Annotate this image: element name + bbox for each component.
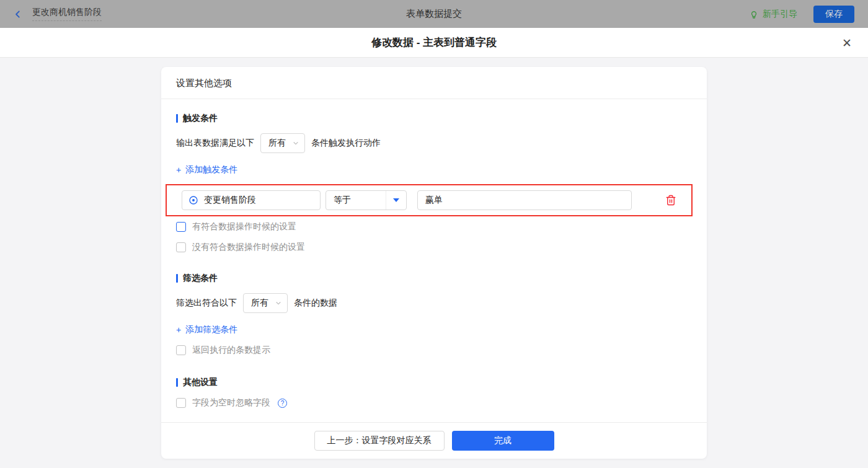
- radio-field-type-icon: [188, 195, 198, 205]
- delete-condition-icon[interactable]: [665, 195, 676, 206]
- save-button[interactable]: 保存: [813, 6, 854, 23]
- no-matching-data-option: 没有符合数据操作时候的设置: [176, 242, 692, 253]
- options-card: 设置其他选项 触发条件 输出表数据满足以下 所有 条件触发执行动作 + 添加触发…: [161, 67, 707, 459]
- chevron-left-icon: [14, 10, 22, 19]
- done-button[interactable]: 完成: [452, 431, 554, 451]
- add-trigger-condition-label: 添加触发条件: [185, 164, 237, 175]
- plus-icon: +: [176, 165, 181, 175]
- has-matching-data-label: 有符合数据操作时候的设置: [192, 221, 296, 232]
- filter-match-row: 筛选出符合以下 所有 条件的数据: [176, 293, 692, 313]
- plus-icon: +: [176, 325, 181, 335]
- card-body: 触发条件 输出表数据满足以下 所有 条件触发执行动作 + 添加触发条件 变更销售…: [161, 99, 707, 422]
- section-accent-bar: [176, 114, 178, 123]
- trigger-match-prefix: 输出表数据满足以下: [176, 138, 254, 149]
- condition-field-value: 变更销售阶段: [204, 195, 256, 206]
- trigger-match-select[interactable]: 所有: [260, 133, 305, 153]
- flow-name[interactable]: 更改商机销售阶段: [32, 7, 102, 21]
- trigger-condition-row: 变更销售阶段 等于 赢单: [166, 184, 693, 216]
- trigger-match-suffix: 条件触发执行动作: [311, 138, 381, 149]
- card-footer: 上一步：设置字段对应关系 完成: [161, 422, 707, 459]
- topbar: 更改商机销售阶段 表单数据提交 新手引导 保存: [0, 0, 868, 28]
- beginner-guide-label: 新手引导: [763, 9, 797, 20]
- filter-match-select-value: 所有: [251, 298, 268, 309]
- trigger-section-label: 触发条件: [183, 113, 218, 124]
- filter-match-suffix: 条件的数据: [294, 298, 337, 309]
- section-accent-bar: [176, 378, 178, 387]
- return-count-label: 返回执行的条数提示: [192, 345, 270, 356]
- page-title: 表单数据提交: [406, 8, 462, 20]
- topbar-actions: 新手引导 保存: [749, 6, 854, 23]
- modal-body: 设置其他选项 触发条件 输出表数据满足以下 所有 条件触发执行动作 + 添加触发…: [0, 58, 868, 468]
- other-section-title: 其他设置: [176, 377, 692, 388]
- help-icon[interactable]: ?: [278, 399, 287, 408]
- has-matching-data-checkbox[interactable]: [176, 222, 186, 232]
- add-filter-condition-link[interactable]: + 添加筛选条件: [176, 324, 237, 335]
- ignore-empty-field-option: 字段为空时忽略字段 ?: [176, 397, 692, 408]
- trigger-match-select-value: 所有: [268, 138, 286, 149]
- ignore-empty-field-label: 字段为空时忽略字段: [192, 397, 270, 408]
- filter-match-select[interactable]: 所有: [243, 293, 288, 313]
- chevron-down-icon: [275, 300, 281, 306]
- other-section-label: 其他设置: [183, 377, 218, 388]
- has-matching-data-option: 有符合数据操作时候的设置: [176, 221, 692, 232]
- modal-title: 修改数据 - 主表到普通字段: [371, 35, 497, 50]
- previous-step-button[interactable]: 上一步：设置字段对应关系: [314, 431, 445, 451]
- add-filter-condition-label: 添加筛选条件: [185, 324, 237, 335]
- modal-header: 修改数据 - 主表到普通字段 ✕: [0, 28, 868, 58]
- trigger-match-row: 输出表数据满足以下 所有 条件触发执行动作: [176, 133, 692, 153]
- lightbulb-icon: [749, 9, 759, 19]
- caret-down-icon: [393, 198, 399, 202]
- operator-caret-zone: [386, 191, 406, 210]
- filter-section-label: 筛选条件: [183, 273, 218, 284]
- close-icon[interactable]: ✕: [842, 37, 852, 48]
- add-trigger-condition-link[interactable]: + 添加触发条件: [176, 164, 237, 175]
- return-count-checkbox[interactable]: [176, 345, 186, 355]
- filter-section-title: 筛选条件: [176, 273, 692, 284]
- condition-operator-value: 等于: [326, 195, 386, 206]
- beginner-guide-link[interactable]: 新手引导: [749, 9, 797, 20]
- no-matching-data-label: 没有符合数据操作时候的设置: [192, 242, 305, 253]
- back-button[interactable]: 更改商机销售阶段: [14, 7, 102, 21]
- condition-field-select[interactable]: 变更销售阶段: [182, 190, 321, 210]
- ignore-empty-field-checkbox[interactable]: [176, 398, 186, 408]
- card-header-title: 设置其他选项: [161, 67, 707, 99]
- filter-match-prefix: 筛选出符合以下: [176, 298, 237, 309]
- trigger-section-title: 触发条件: [176, 113, 692, 124]
- condition-operator-select[interactable]: 等于: [326, 190, 407, 210]
- no-matching-data-checkbox[interactable]: [176, 242, 186, 252]
- chevron-down-icon: [293, 140, 299, 146]
- section-accent-bar: [176, 274, 178, 283]
- return-count-option: 返回执行的条数提示: [176, 345, 692, 356]
- condition-value-input[interactable]: 赢单: [417, 190, 632, 210]
